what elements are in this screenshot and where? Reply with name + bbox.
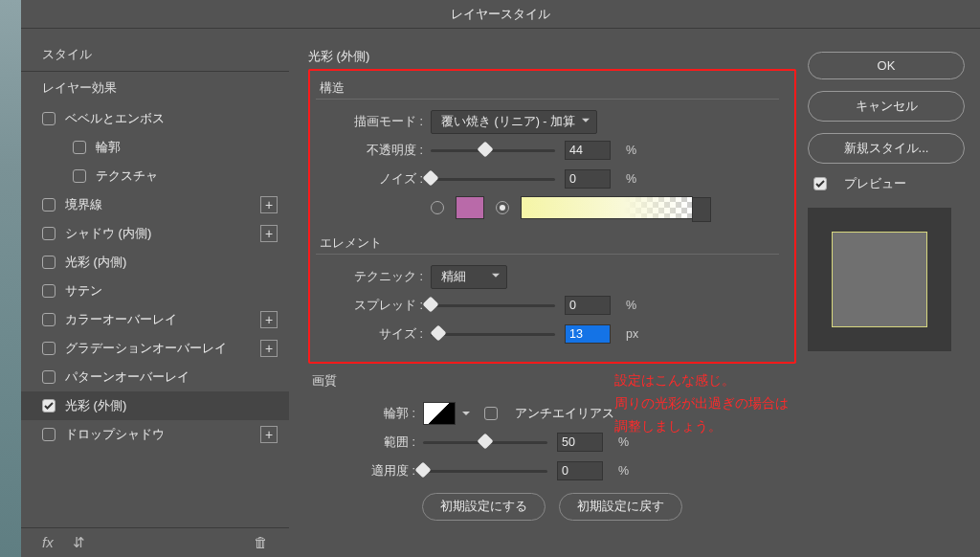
- checkbox-icon[interactable]: [42, 198, 56, 212]
- sidebar-item-satin[interactable]: サテン: [21, 277, 289, 305]
- layer-style-dialog: レイヤースタイル スタイル レイヤー効果 ベベルとエンボス 輪郭 テクスチャ 境…: [21, 0, 980, 557]
- contour-picker[interactable]: [423, 402, 456, 425]
- sidebar-item-contour[interactable]: 輪郭: [21, 133, 289, 162]
- unit-label: %: [618, 464, 629, 478]
- checkbox-icon[interactable]: [73, 141, 86, 154]
- sidebar-item-pattern-overlay[interactable]: パターンオーバーレイ: [21, 363, 289, 391]
- sidebar-item-label: カラーオーバーレイ: [65, 311, 260, 328]
- sidebar-item-inner-shadow[interactable]: シャドウ (内側) +: [21, 219, 289, 248]
- sidebar-item-color-overlay[interactable]: カラーオーバーレイ +: [21, 305, 289, 334]
- sidebar-item-label: ドロップシャドウ: [65, 426, 260, 443]
- preview-toggle[interactable]: プレビュー: [808, 175, 965, 192]
- gradient-radio[interactable]: [496, 201, 509, 214]
- checkbox-icon[interactable]: [42, 399, 56, 412]
- noise-label: ノイズ :: [316, 171, 431, 188]
- color-swatch[interactable]: [456, 196, 484, 219]
- sidebar-footer: fx ⇵ 🗑: [21, 527, 289, 557]
- antialias-checkbox[interactable]: [484, 407, 498, 420]
- blend-mode-dropdown[interactable]: 覆い焼き (リニア) - 加算: [431, 110, 597, 134]
- dialog-title: レイヤースタイル: [21, 0, 980, 29]
- reset-default-button[interactable]: 初期設定に戻す: [559, 493, 682, 521]
- checkbox-icon[interactable]: [42, 112, 56, 125]
- size-field[interactable]: 13: [565, 324, 611, 344]
- fx-icon[interactable]: fx: [42, 534, 54, 551]
- sidebar-item-label: 輪郭: [96, 139, 278, 156]
- spread-slider[interactable]: [431, 299, 555, 312]
- checkbox-icon[interactable]: [42, 370, 56, 384]
- contour-label: 輪郭 :: [308, 406, 423, 422]
- unit-label: px: [626, 327, 638, 341]
- sidebar-item-label: ベベルとエンボス: [65, 110, 278, 127]
- preview-thumbnail: [808, 208, 951, 351]
- sidebar-item-drop-shadow[interactable]: ドロップシャドウ +: [21, 420, 289, 449]
- size-label: サイズ :: [316, 326, 431, 343]
- checkbox-icon[interactable]: [813, 177, 827, 190]
- plus-icon[interactable]: +: [260, 311, 278, 328]
- sidebar-item-gradient-overlay[interactable]: グラデーションオーバーレイ +: [21, 334, 289, 363]
- noise-slider[interactable]: [431, 172, 555, 186]
- unit-label: %: [626, 172, 636, 186]
- noise-field[interactable]: 0: [565, 169, 611, 189]
- checkbox-icon[interactable]: [42, 227, 56, 240]
- spread-label: スプレッド :: [316, 298, 431, 314]
- sidebar-item-label: グラデーションオーバーレイ: [65, 340, 260, 357]
- sidebar-item-label: サテン: [65, 282, 278, 300]
- checkbox-icon[interactable]: [73, 169, 86, 183]
- jitter-slider[interactable]: [423, 464, 547, 478]
- jitter-field[interactable]: 0: [557, 461, 603, 480]
- checkbox-icon[interactable]: [42, 428, 56, 441]
- checkbox-icon[interactable]: [42, 313, 56, 326]
- element-legend: エレメント: [316, 235, 779, 255]
- plus-icon[interactable]: +: [260, 426, 278, 443]
- plus-icon[interactable]: +: [260, 225, 278, 242]
- unit-label: %: [626, 299, 636, 312]
- sidebar-item-bevel[interactable]: ベベルとエンボス: [21, 104, 289, 133]
- make-default-button[interactable]: 初期設定にする: [422, 493, 546, 521]
- structure-legend: 構造: [316, 80, 779, 100]
- ok-button[interactable]: OK: [808, 52, 965, 79]
- plus-icon[interactable]: +: [260, 196, 278, 213]
- element-group: エレメント テクニック : 精細 スプレッド : 0 %: [316, 235, 779, 348]
- technique-label: テクニック :: [316, 269, 431, 285]
- panel-heading: 光彩 (外側): [308, 48, 796, 65]
- annotation-text: 設定はこんな感じ。 周りの光彩が出過ぎの場合は 調整しましょう。: [614, 369, 789, 437]
- styles-sidebar: スタイル レイヤー効果 ベベルとエンボス 輪郭 テクスチャ 境界線 + シ: [21, 29, 289, 557]
- plus-icon[interactable]: +: [260, 340, 278, 357]
- right-column: OK キャンセル 新規スタイル... プレビュー: [808, 29, 980, 557]
- updown-icon[interactable]: ⇵: [73, 534, 85, 551]
- checkbox-icon[interactable]: [42, 284, 56, 298]
- color-radio[interactable]: [431, 201, 444, 214]
- settings-panel: 光彩 (外側) 構造 描画モード : 覆い焼き (リニア) - 加算 不透明度 …: [289, 29, 808, 557]
- sidebar-item-stroke[interactable]: 境界線 +: [21, 190, 289, 219]
- technique-dropdown[interactable]: 精細: [431, 265, 507, 289]
- annotation-highlight-box: 構造 描画モード : 覆い焼き (リニア) - 加算 不透明度 : 44 %: [308, 69, 796, 364]
- opacity-label: 不透明度 :: [316, 143, 431, 159]
- antialias-label: アンチエイリアス: [515, 405, 614, 422]
- cancel-button[interactable]: キャンセル: [808, 91, 965, 122]
- structure-group: 構造 描画モード : 覆い焼き (リニア) - 加算 不透明度 : 44 %: [316, 80, 779, 222]
- sidebar-item-label: シャドウ (内側): [65, 225, 260, 242]
- preview-label: プレビュー: [844, 175, 906, 192]
- range-label: 範囲 :: [308, 434, 423, 451]
- sidebar-heading-styles[interactable]: スタイル: [21, 38, 289, 71]
- checkbox-icon[interactable]: [42, 342, 56, 355]
- opacity-field[interactable]: 44: [565, 141, 611, 160]
- sidebar-item-label: 光彩 (内側): [65, 254, 278, 271]
- range-slider[interactable]: [423, 435, 547, 449]
- sidebar-item-texture[interactable]: テクスチャ: [21, 162, 289, 190]
- background-photo-strip: [0, 0, 21, 557]
- size-slider[interactable]: [431, 327, 555, 341]
- trash-icon[interactable]: 🗑: [254, 534, 268, 551]
- sidebar-item-outer-glow[interactable]: 光彩 (外側): [21, 391, 289, 420]
- spread-field[interactable]: 0: [565, 296, 611, 315]
- sidebar-item-label: パターンオーバーレイ: [65, 368, 278, 386]
- new-style-button[interactable]: 新規スタイル...: [808, 133, 965, 164]
- sidebar-item-label: 光彩 (外側): [65, 397, 278, 414]
- gradient-picker[interactable]: [521, 196, 693, 219]
- checkbox-icon[interactable]: [42, 256, 56, 269]
- sidebar-heading-effects[interactable]: レイヤー効果: [21, 71, 289, 104]
- sidebar-item-inner-glow[interactable]: 光彩 (内側): [21, 248, 289, 277]
- opacity-slider[interactable]: [431, 144, 555, 157]
- jitter-label: 適用度 :: [308, 463, 423, 479]
- range-field[interactable]: 50: [557, 433, 603, 452]
